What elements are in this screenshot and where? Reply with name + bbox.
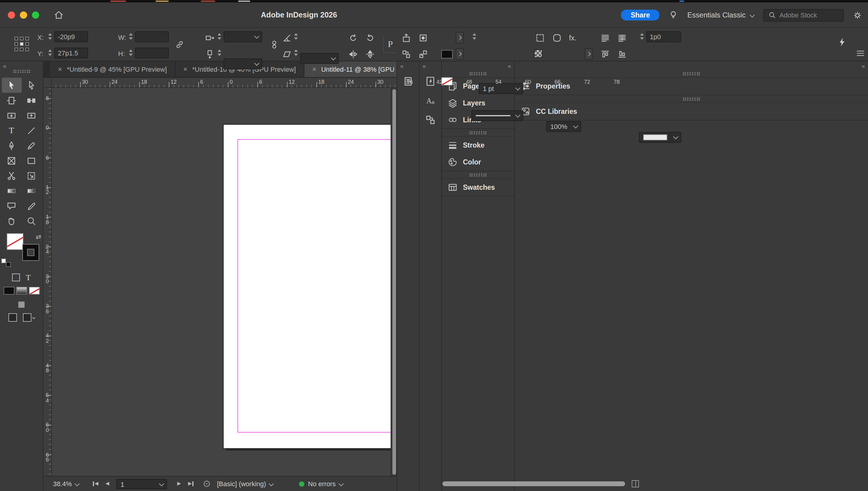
rounded-corner-icon[interactable] xyxy=(552,33,562,43)
view-options-icon[interactable]: ▦ xyxy=(18,300,25,308)
home-icon[interactable] xyxy=(54,10,64,20)
horizontal-ruler[interactable]: 30241812606121824303642485460667278 xyxy=(52,78,397,88)
collapse-dock-icon[interactable]: « xyxy=(508,62,511,69)
scale-x-stepper[interactable] xyxy=(216,33,222,39)
swap-fill-stroke-icon[interactable]: ⇄ xyxy=(36,233,41,241)
wrap-none-icon[interactable] xyxy=(600,33,610,43)
stroke-swatch[interactable] xyxy=(441,50,453,58)
previous-page-button[interactable]: ◀ xyxy=(106,476,109,491)
screen-mode-menu-button[interactable] xyxy=(23,313,35,322)
formatting-affects-container-button[interactable] xyxy=(12,273,20,281)
preflight-profile-dropdown[interactable]: [Basic] (working) xyxy=(217,476,273,491)
w-stepper[interactable] xyxy=(128,33,133,39)
scale-y-combobox[interactable] xyxy=(224,58,262,69)
linked-frames-icon[interactable] xyxy=(422,112,439,128)
default-fill-stroke-icon[interactable] xyxy=(1,258,10,267)
dock-secondary-header[interactable]: « xyxy=(515,61,868,70)
zoom-window-button[interactable] xyxy=(32,11,39,18)
rotate-cw-button[interactable] xyxy=(348,33,358,43)
effects-fx-button[interactable]: fx. xyxy=(569,34,576,41)
document-page[interactable] xyxy=(224,125,391,448)
select-next-object-button[interactable] xyxy=(418,49,428,59)
select-previous-object-button[interactable] xyxy=(401,49,411,59)
next-page-button[interactable]: ▶ xyxy=(177,476,181,491)
corner-radius-stepper[interactable] xyxy=(639,33,644,39)
panel-group-grip[interactable] xyxy=(442,171,514,178)
pen-tool[interactable] xyxy=(1,138,21,153)
free-transform-tool[interactable] xyxy=(21,168,41,183)
align-bottom-icon[interactable] xyxy=(617,49,627,59)
stroke-menu-button[interactable] xyxy=(456,48,464,60)
stroke-style-combobox[interactable] xyxy=(471,110,523,121)
constrain-dimensions-link-icon[interactable] xyxy=(175,40,185,49)
constrain-scale-link-icon[interactable] xyxy=(270,40,279,49)
w-input[interactable] xyxy=(135,31,169,42)
adobe-stock-search[interactable] xyxy=(763,9,844,21)
fill-proxy-swatch[interactable] xyxy=(6,233,23,250)
ruler-origin-corner[interactable] xyxy=(44,78,52,88)
flip-vertical-button[interactable] xyxy=(365,49,375,59)
collapse-panel-icon[interactable]: « xyxy=(3,62,6,69)
gear-icon[interactable] xyxy=(853,10,862,20)
pasteboard-canvas[interactable] xyxy=(52,88,391,476)
effects-menu-button[interactable] xyxy=(585,48,592,60)
expand-panels-icon[interactable]: « xyxy=(423,62,426,69)
screen-mode-normal-button[interactable] xyxy=(8,313,17,322)
hand-tool[interactable] xyxy=(1,213,21,228)
apply-color-button[interactable] xyxy=(3,287,14,295)
content-placer-tool[interactable] xyxy=(21,108,41,123)
gap-tool[interactable] xyxy=(21,93,41,108)
h-input[interactable] xyxy=(135,48,169,58)
apply-gradient-button[interactable] xyxy=(16,287,27,295)
page-number-combobox[interactable]: 1 xyxy=(116,479,167,489)
stock-search-input[interactable] xyxy=(779,11,837,19)
first-page-button[interactable]: ◀ xyxy=(93,476,98,491)
eyedropper-tool[interactable] xyxy=(21,198,41,213)
tab-close-icon[interactable]: × xyxy=(183,66,188,73)
zoom-level-dropdown[interactable]: 38.4% xyxy=(53,476,79,491)
flip-horizontal-button[interactable] xyxy=(348,49,358,59)
bulb-icon[interactable] xyxy=(669,10,678,20)
vertical-scrollbar[interactable] xyxy=(391,88,397,476)
panel-item-stroke[interactable]: Stroke xyxy=(442,137,514,154)
y-input[interactable] xyxy=(54,48,88,58)
vertical-scrollbar-thumb[interactable] xyxy=(392,89,396,475)
content-collector-tool[interactable] xyxy=(1,108,21,123)
tools-panel-grip[interactable] xyxy=(13,70,30,73)
type-tool[interactable]: T xyxy=(1,123,21,138)
last-page-button[interactable]: ▶ xyxy=(188,476,194,491)
stroke-weight-stepper[interactable] xyxy=(471,33,477,39)
panel-item-cc-libraries[interactable]: CC Libraries xyxy=(515,103,868,120)
vertical-ruler[interactable]: 6061 21 82 43 03 64 24 85 46 06 6 xyxy=(44,88,52,476)
rotation-stepper[interactable] xyxy=(293,33,298,39)
minimize-window-button[interactable] xyxy=(20,11,27,18)
scale-x-combobox[interactable] xyxy=(224,31,262,42)
fill-swatch[interactable] xyxy=(441,77,453,86)
select-content-button[interactable] xyxy=(418,33,428,43)
panel-group-grip[interactable] xyxy=(515,70,868,77)
rectangle-tool[interactable] xyxy=(21,153,41,168)
x-stepper[interactable] xyxy=(47,33,52,39)
corner-shape-combobox[interactable] xyxy=(639,132,681,143)
document-tab[interactable]: × *Untitled-9 @ 45% [GPU Preview] xyxy=(50,61,175,77)
panel-menu-icon[interactable] xyxy=(856,49,865,57)
tools-panel-header[interactable]: « xyxy=(0,61,43,70)
collapse-dock-icon[interactable]: « xyxy=(862,62,865,69)
line-tool[interactable] xyxy=(21,123,41,138)
workspace-switcher[interactable]: Essentials Classic xyxy=(688,11,754,19)
panel-group-grip[interactable] xyxy=(442,70,514,77)
preflight-icon[interactable] xyxy=(204,476,210,491)
character-a-icon[interactable]: Aa xyxy=(422,93,439,109)
strip-a-header[interactable]: « xyxy=(397,61,419,70)
h-stepper[interactable] xyxy=(128,49,133,56)
rectangle-frame-tool[interactable] xyxy=(1,153,21,168)
apply-none-button[interactable] xyxy=(29,287,39,295)
panel-item-swatches[interactable]: Swatches xyxy=(442,179,514,196)
dock-primary-header[interactable]: « xyxy=(442,61,514,70)
y-stepper[interactable] xyxy=(47,49,52,56)
stroke-proxy-swatch[interactable] xyxy=(22,244,39,261)
wrap-around-icon[interactable] xyxy=(617,33,627,43)
gradient-feather-tool[interactable] xyxy=(21,183,41,198)
spread-view-icon[interactable] xyxy=(632,476,639,491)
panel-item-properties[interactable]: Properties xyxy=(515,78,868,94)
